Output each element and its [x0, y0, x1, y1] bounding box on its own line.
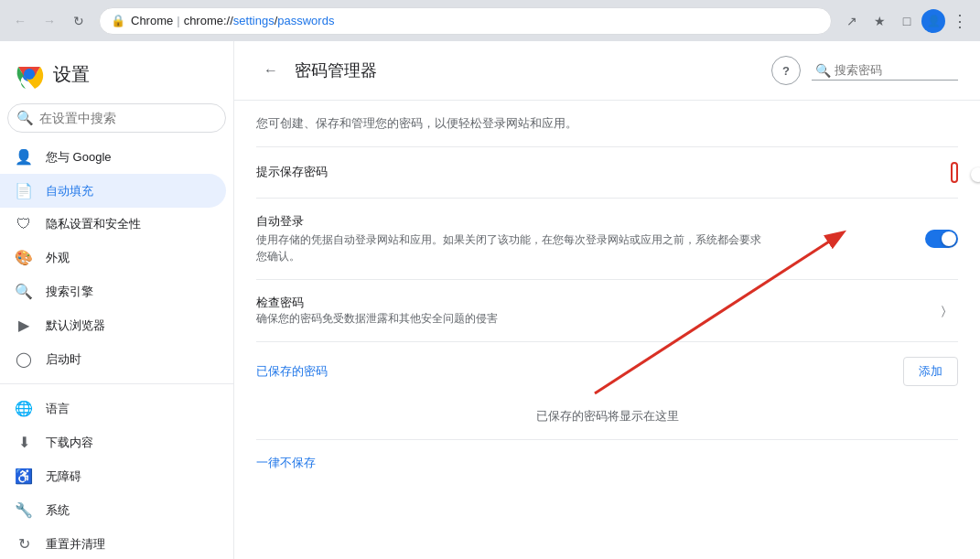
person-icon: 👤 — [15, 148, 33, 166]
chrome-logo-icon — [15, 59, 44, 89]
sidebar-search-icon: 🔍 — [16, 110, 34, 126]
sidebar-item-google-label: 您与 Google — [46, 149, 112, 166]
sidebar-item-browser-label: 默认浏览器 — [46, 317, 105, 334]
refresh-button[interactable]: ↻ — [66, 8, 92, 34]
sidebar-item-search-label: 搜索引擎 — [46, 284, 93, 300]
sidebar-header: 设置 — [0, 48, 233, 103]
password-search-input[interactable] — [835, 63, 944, 77]
browser-icon: ▶ — [15, 317, 33, 334]
power-icon: ◯ — [15, 350, 33, 368]
back-button[interactable]: ← — [7, 8, 33, 34]
offer-to-save-content: 提示保存密码 — [256, 164, 951, 182]
sidebar-item-autofill-label: 自动填充 — [46, 183, 93, 199]
toggle-thumb — [971, 167, 980, 182]
nav-buttons: ← → ↻ — [7, 8, 92, 34]
sidebar-item-privacy[interactable]: 🛡 隐私设置和安全性 — [0, 208, 226, 241]
download-icon: ⬇ — [15, 434, 33, 451]
window-icon[interactable]: □ — [894, 8, 920, 34]
sidebar-item-appearance-label: 外观 — [46, 250, 70, 266]
sidebar-item-reset-label: 重置并清理 — [46, 536, 105, 553]
sidebar-item-reset[interactable]: ↻ 重置并清理 — [0, 527, 226, 559]
sidebar-search[interactable]: 🔍 — [7, 103, 226, 133]
offer-to-save-title: 提示保存密码 — [256, 164, 951, 180]
auto-signin-toggle[interactable] — [925, 230, 958, 248]
offer-to-save-row: 提示保存密码 — [256, 147, 958, 199]
sidebar-item-language[interactable]: 🌐 语言 — [0, 392, 226, 425]
check-passwords-chevron[interactable]: 〉 — [929, 296, 958, 326]
main-content: ← 密码管理器 ? 🔍 您可创建、保存和管理您的密码，以便轻松登录网站和应用。 — [234, 41, 980, 559]
never-save-title: 一律不保存 — [256, 439, 958, 478]
reset-icon: ↻ — [15, 535, 33, 553]
sidebar-item-downloads-label: 下载内容 — [46, 435, 93, 451]
header-right: ? 🔍 — [771, 56, 958, 85]
auto-signin-title: 自动登录 — [256, 213, 925, 230]
check-passwords-row[interactable]: 检查密码 确保您的密码免受数据泄露和其他安全问题的侵害 〉 — [256, 280, 958, 342]
password-search[interactable]: 🔍 — [812, 61, 958, 81]
settings-title: 设置 — [53, 62, 90, 87]
site-name: Chrome — [131, 14, 173, 27]
share-icon[interactable]: ↗ — [839, 8, 865, 34]
lock-icon: 🔒 — [111, 14, 125, 27]
sidebar-item-privacy-label: 隐私设置和安全性 — [46, 216, 141, 232]
check-passwords-title: 检查密码 — [256, 295, 929, 311]
sidebar-item-search[interactable]: 🔍 搜索引擎 — [0, 274, 226, 308]
header-left: ← 密码管理器 — [256, 56, 377, 85]
bookmark-icon[interactable]: ★ — [867, 8, 892, 34]
sidebar-item-browser[interactable]: ▶ 默认浏览器 — [0, 308, 226, 342]
pw-description: 您可创建、保存和管理您的密码，以便轻松登录网站和应用。 — [256, 101, 958, 147]
pw-back-button[interactable]: ← — [256, 56, 285, 85]
toolbar-icons: ↗ ★ □ 👤 ⋮ — [839, 8, 973, 34]
url-separator: | — [177, 14, 179, 27]
globe-icon: 🌐 — [15, 400, 33, 417]
pw-search-icon: 🔍 — [815, 63, 831, 78]
auto-signin-desc: 使用存储的凭据自动登录网站和应用。如果关闭了该功能，在您每次登录网站或应用之前，… — [256, 231, 769, 264]
sidebar-item-language-label: 语言 — [46, 401, 70, 417]
svg-point-2 — [24, 69, 35, 80]
url-text: chrome://settings/passwords — [184, 14, 335, 27]
sidebar-item-accessibility-label: 无障碍 — [46, 468, 81, 485]
sidebar-item-appearance[interactable]: 🎨 外观 — [0, 241, 226, 274]
check-passwords-content: 检查密码 确保您的密码免受数据泄露和其他安全问题的侵害 — [256, 295, 929, 327]
forward-button[interactable]: → — [37, 8, 62, 34]
system-icon: 🔧 — [15, 501, 33, 519]
settings-container: 设置 🔍 👤 您与 Google 📄 自动填充 🛡 隐私设置和安全性 🎨 外观 — [0, 41, 980, 559]
site-info: Chrome | chrome://settings/passwords — [131, 14, 334, 27]
palette-icon: 🎨 — [15, 249, 33, 266]
pw-manager-title: 密码管理器 — [295, 59, 377, 81]
add-password-button[interactable]: 添加 — [903, 357, 958, 386]
check-passwords-desc: 确保您的密码免受数据泄露和其他安全问题的侵害 — [256, 311, 929, 327]
auto-signin-content: 自动登录 使用存储的凭据自动登录网站和应用。如果关闭了该功能，在您每次登录网站或… — [256, 213, 925, 264]
sidebar-item-accessibility[interactable]: ♿ 无障碍 — [0, 459, 226, 493]
sidebar-item-google[interactable]: 👤 您与 Google — [0, 140, 226, 174]
pw-content-area: 您可创建、保存和管理您的密码，以便轻松登录网站和应用。 提示保存密码 — [234, 101, 980, 478]
saved-passwords-empty: 已保存的密码将显示在这里 — [256, 393, 958, 439]
sidebar-item-autofill[interactable]: 📄 自动填充 — [0, 174, 226, 208]
address-bar[interactable]: 🔒 Chrome | chrome://settings/passwords — [99, 7, 832, 35]
accessibility-icon: ♿ — [15, 468, 33, 485]
help-button[interactable]: ? — [771, 56, 801, 85]
auto-signin-toggle-thumb — [942, 231, 956, 246]
saved-passwords-header: 已保存的密码 添加 — [256, 342, 958, 393]
search-icon: 🔍 — [15, 283, 33, 300]
sidebar: 设置 🔍 👤 您与 Google 📄 自动填充 🛡 隐私设置和安全性 🎨 外观 — [0, 41, 234, 559]
menu-icon[interactable]: ⋮ — [947, 8, 973, 34]
toggle-highlight-box — [951, 162, 958, 183]
sidebar-item-startup-label: 启动时 — [46, 351, 81, 368]
saved-passwords-title: 已保存的密码 — [256, 363, 328, 380]
sidebar-item-downloads[interactable]: ⬇ 下载内容 — [0, 425, 226, 459]
url-highlight: settings — [233, 14, 275, 27]
sidebar-search-input[interactable] — [7, 103, 226, 133]
shield-icon: 🛡 — [15, 216, 33, 232]
sidebar-item-startup[interactable]: ◯ 启动时 — [0, 342, 226, 376]
sidebar-item-system[interactable]: 🔧 系统 — [0, 493, 226, 527]
profile-icon[interactable]: 👤 — [921, 9, 945, 33]
sidebar-divider — [0, 383, 233, 384]
password-manager-header: ← 密码管理器 ? 🔍 — [234, 41, 980, 101]
url-highlight2: passwords — [277, 14, 334, 27]
document-icon: 📄 — [15, 182, 33, 199]
browser-toolbar: ← → ↻ 🔒 Chrome | chrome://settings/passw… — [0, 0, 980, 41]
sidebar-item-system-label: 系统 — [46, 502, 70, 519]
auto-signin-row: 自动登录 使用存储的凭据自动登录网站和应用。如果关闭了该功能，在您每次登录网站或… — [256, 199, 958, 280]
